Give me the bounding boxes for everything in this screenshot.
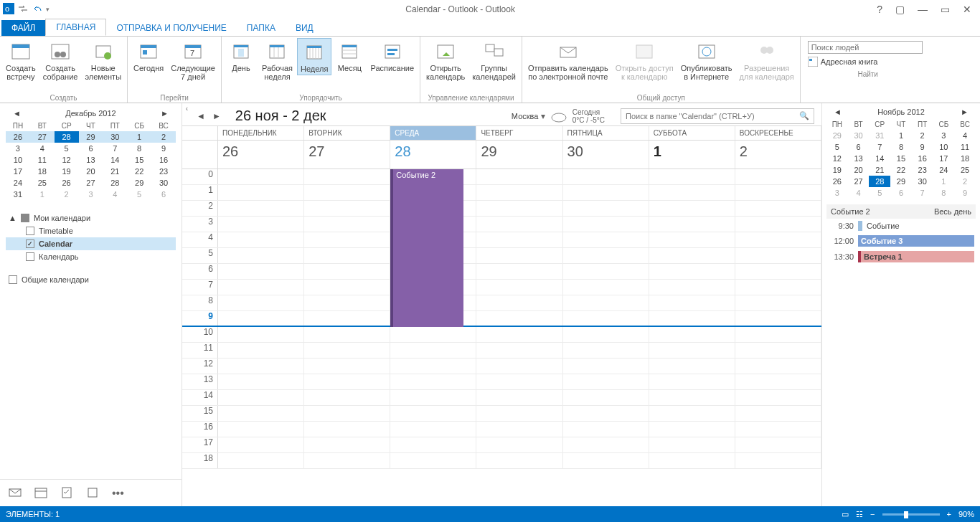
mini-cal-day[interactable]: 4 bbox=[848, 187, 870, 199]
mini-cal-day[interactable]: 5 bbox=[826, 141, 848, 153]
close-icon[interactable]: ✕ bbox=[960, 4, 974, 15]
mini-cal-day[interactable]: 22 bbox=[127, 166, 151, 177]
mini-cal-day[interactable]: 3 bbox=[6, 143, 30, 154]
calendar-groups-button[interactable]: Группы календарей bbox=[469, 38, 519, 82]
mini-cal-day[interactable]: 31 bbox=[869, 130, 890, 141]
mini-cal-day[interactable]: 3 bbox=[79, 189, 103, 200]
address-book-button[interactable]: Адресная книга bbox=[808, 57, 928, 67]
email-calendar-button[interactable]: Отправить календарь по электронной почте bbox=[525, 38, 611, 82]
mini-cal-day[interactable]: 23 bbox=[912, 164, 933, 176]
weather-city[interactable]: Москва ▾ bbox=[512, 111, 545, 121]
mini-cal-day[interactable]: 26 bbox=[826, 176, 848, 187]
day-view-button[interactable]: День bbox=[225, 38, 258, 74]
today-button[interactable]: Сегодня bbox=[131, 38, 166, 74]
ribbon-options-icon[interactable]: ▢ bbox=[892, 4, 908, 15]
agenda-item[interactable]: 13:30Встреча 1 bbox=[826, 249, 976, 265]
prev-month-right-icon[interactable]: ◄ bbox=[834, 108, 842, 116]
week-view-button[interactable]: Неделя bbox=[297, 38, 331, 75]
mini-cal-day[interactable]: 27 bbox=[30, 131, 55, 143]
mini-cal-day[interactable]: 24 bbox=[933, 164, 955, 176]
mini-cal-day[interactable]: 4 bbox=[30, 143, 55, 154]
mini-cal-day[interactable]: 6 bbox=[890, 187, 912, 199]
mini-cal-day[interactable]: 28 bbox=[869, 176, 890, 187]
mini-cal-day[interactable]: 9 bbox=[954, 187, 976, 199]
calendar-calendar[interactable]: ✓Calendar bbox=[6, 237, 176, 250]
mini-cal-day[interactable]: 5 bbox=[127, 189, 151, 200]
mini-cal-day[interactable]: 10 bbox=[933, 141, 955, 153]
tab-home[interactable]: ГЛАВНАЯ bbox=[45, 19, 106, 36]
mini-cal-day[interactable]: 8 bbox=[127, 143, 151, 154]
mini-cal-day[interactable]: 18 bbox=[30, 166, 55, 177]
mini-cal-day[interactable]: 21 bbox=[869, 164, 890, 176]
tasks-nav-icon[interactable] bbox=[60, 486, 73, 500]
mini-cal-day[interactable]: 7 bbox=[912, 187, 933, 199]
date-header[interactable]: 29 bbox=[476, 141, 562, 169]
mini-cal-day[interactable]: 13 bbox=[848, 153, 870, 164]
new-appointment-button[interactable]: Создать встречу bbox=[3, 38, 39, 82]
mini-cal-day[interactable]: 2 bbox=[954, 176, 976, 187]
send-receive-icon[interactable] bbox=[17, 3, 29, 16]
mini-cal-day[interactable]: 31 bbox=[6, 189, 30, 200]
mini-cal-day[interactable]: 3 bbox=[826, 187, 848, 199]
month-view-button[interactable]: Месяц bbox=[333, 38, 366, 74]
work-week-button[interactable]: Рабочая неделя bbox=[259, 38, 296, 82]
next-week-icon[interactable]: ► bbox=[212, 111, 221, 121]
mini-cal-day[interactable]: 16 bbox=[912, 153, 933, 164]
day-header[interactable]: ЧЕТВЕРГ bbox=[476, 126, 562, 140]
view-normal-icon[interactable]: ▭ bbox=[842, 510, 849, 519]
agenda-item[interactable]: 9:30Событие bbox=[826, 219, 976, 233]
mini-cal-day[interactable]: 17 bbox=[933, 153, 955, 164]
mini-cal-day[interactable]: 16 bbox=[151, 154, 176, 166]
date-header[interactable]: 28 bbox=[390, 141, 476, 169]
new-items-button[interactable]: Новые элементы bbox=[82, 38, 124, 82]
mini-cal-day[interactable]: 30 bbox=[151, 177, 176, 189]
search-people-input[interactable] bbox=[808, 41, 923, 54]
mail-nav-icon[interactable] bbox=[9, 486, 22, 500]
mini-cal-day[interactable]: 20 bbox=[79, 166, 103, 177]
prev-month-icon[interactable]: ◄ bbox=[13, 109, 21, 118]
mini-cal-day[interactable]: 11 bbox=[30, 154, 55, 166]
open-calendar-button[interactable]: Открыть календарь bbox=[423, 38, 468, 82]
mini-cal-day[interactable]: 2 bbox=[151, 131, 176, 143]
new-meeting-button[interactable]: Создать собрание bbox=[40, 38, 81, 82]
day-header[interactable]: ПОНЕДЕЛЬНИК bbox=[218, 126, 304, 140]
search-calendar-box[interactable]: 🔍 bbox=[621, 108, 814, 124]
my-calendars-node[interactable]: ▲Мои календари bbox=[6, 212, 176, 224]
mini-cal-day[interactable]: 9 bbox=[912, 141, 933, 153]
collapse-nav-icon[interactable]: ‹ bbox=[186, 105, 188, 113]
mini-cal-day[interactable]: 8 bbox=[933, 187, 955, 199]
tab-file[interactable]: ФАЙЛ bbox=[1, 20, 45, 36]
mini-cal-day[interactable]: 30 bbox=[103, 131, 127, 143]
mini-cal-day[interactable]: 29 bbox=[890, 176, 912, 187]
mini-cal-day[interactable]: 28 bbox=[55, 131, 79, 143]
mini-cal-day[interactable]: 25 bbox=[954, 164, 976, 176]
mini-cal-day[interactable]: 5 bbox=[55, 143, 79, 154]
tab-folder[interactable]: ПАПКА bbox=[237, 20, 286, 36]
mini-cal-day[interactable]: 12 bbox=[55, 154, 79, 166]
nav-more-icon[interactable]: ••• bbox=[112, 487, 124, 500]
mini-cal-day[interactable]: 6 bbox=[79, 143, 103, 154]
mini-cal-day[interactable]: 18 bbox=[954, 153, 976, 164]
shared-calendars-node[interactable]: Общие календари bbox=[6, 273, 176, 286]
date-header[interactable]: 27 bbox=[304, 141, 390, 169]
day-header[interactable]: СУББОТА bbox=[649, 126, 735, 140]
calendar-timetable[interactable]: Timetable bbox=[6, 224, 176, 237]
publish-online-button[interactable]: Опубликовать в Интернете bbox=[678, 38, 735, 82]
schedule-view-button[interactable]: Расписание bbox=[367, 38, 417, 74]
mini-cal-day[interactable]: 9 bbox=[151, 143, 176, 154]
mini-cal-day[interactable]: 5 bbox=[869, 187, 890, 199]
day-header[interactable]: ПЯТНИЦА bbox=[563, 126, 649, 140]
date-header[interactable]: 26 bbox=[218, 141, 304, 169]
mini-cal-day[interactable]: 30 bbox=[848, 130, 870, 141]
mini-cal-day[interactable]: 1 bbox=[127, 131, 151, 143]
next-7-days-button[interactable]: 7Следующие 7 дней bbox=[168, 38, 218, 82]
mini-cal-day[interactable]: 10 bbox=[6, 154, 30, 166]
mini-cal-day[interactable]: 29 bbox=[79, 131, 103, 143]
mini-cal-day[interactable]: 7 bbox=[103, 143, 127, 154]
mini-cal-day[interactable]: 26 bbox=[55, 177, 79, 189]
next-month-right-icon[interactable]: ► bbox=[961, 108, 969, 116]
search-icon[interactable]: 🔍 bbox=[799, 111, 809, 120]
mini-cal-day[interactable]: 27 bbox=[848, 176, 870, 187]
mini-cal-day[interactable]: 11 bbox=[954, 141, 976, 153]
mini-cal-day[interactable]: 13 bbox=[79, 154, 103, 166]
